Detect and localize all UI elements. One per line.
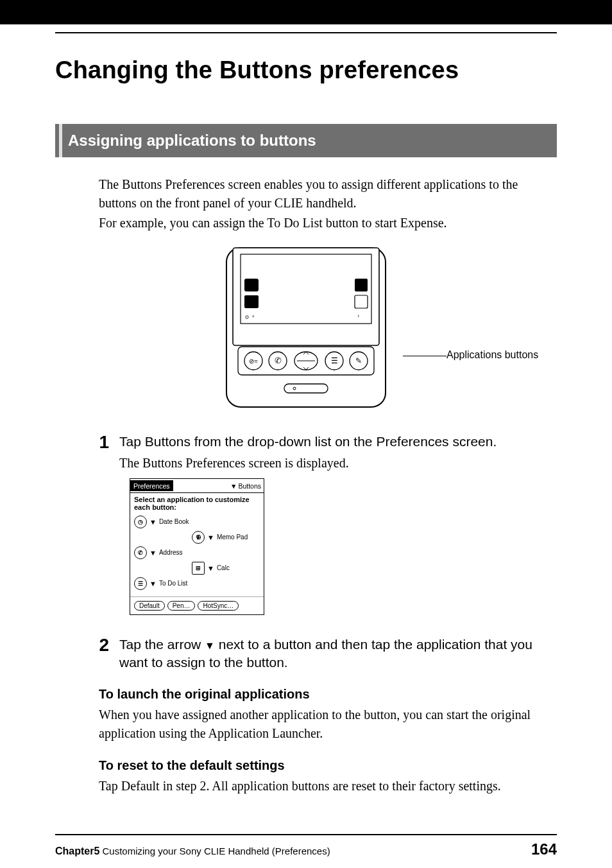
palm-row-address[interactable]: ✆ ▼ Address — [134, 546, 260, 559]
palm-footer: Default Pen… HotSync… — [130, 596, 264, 614]
dropdown-arrow-icon: ▼ — [149, 518, 157, 526]
footer: Chapter5 Customizing your Sony CLIE Hand… — [55, 840, 557, 868]
palm-label: Address — [159, 549, 183, 556]
page-number: 164 — [531, 840, 557, 858]
footer-rule — [55, 834, 557, 835]
palm-label: Memo Pad — [217, 534, 248, 541]
dropdown-arrow-icon: ▼ — [230, 482, 237, 490]
down-arrow-icon: ▼ — [205, 639, 215, 650]
callout-leader-line — [403, 356, 446, 356]
palm-label: To Do List — [159, 580, 187, 587]
subheading-reset-default: To reset to the default settings — [99, 758, 557, 773]
palm-row-memopad[interactable]: ֎ ▼ Memo Pad — [192, 531, 260, 544]
palm-screen: Preferences ▼ Buttons Select an applicat… — [130, 478, 264, 614]
step-2-number: 2 — [95, 636, 109, 654]
dropdown-arrow-icon: ▼ — [207, 534, 214, 541]
device-figure: a 1 ⊘≡ ✆ ☰ ✎ Applicati — [55, 247, 557, 412]
intro-paragraph-2: For example, you can assign the To Do Li… — [99, 214, 557, 232]
svg-text:1: 1 — [357, 313, 360, 318]
palm-row-datebook[interactable]: ◷ ▼ Date Book — [134, 516, 260, 528]
applications-buttons-callout: Applications buttons — [446, 349, 538, 361]
phone-icon: ✆ — [134, 546, 147, 559]
palm-instruction: Select an application to customize each … — [134, 496, 260, 511]
step-1-heading: Tap Buttons from the drop-down list on t… — [119, 433, 557, 451]
subheading-launch-original: To launch the original applications — [99, 687, 557, 702]
list-icon: ☰ — [134, 577, 147, 590]
svg-text:✎: ✎ — [355, 356, 362, 365]
svg-rect-5 — [355, 279, 368, 291]
palm-body: Select an application to customize each … — [130, 493, 264, 596]
palm-title-dropdown[interactable]: ▼ Buttons — [230, 482, 261, 490]
svg-text:⊘≡: ⊘≡ — [249, 358, 258, 365]
pen-button[interactable]: Pen… — [167, 601, 196, 611]
default-button[interactable]: Default — [134, 601, 165, 611]
dropdown-arrow-icon: ▼ — [149, 549, 157, 557]
svg-rect-20 — [284, 384, 328, 393]
svg-text:✆: ✆ — [275, 356, 282, 365]
step-2-head-pre: Tap the arrow — [119, 637, 205, 652]
dropdown-arrow-icon: ▼ — [149, 580, 157, 587]
palm-row-calc[interactable]: ⊞ ▼ Calc — [192, 562, 260, 575]
step-2: 2 Tap the arrow ▼ next to a button and t… — [95, 636, 557, 672]
top-black-bar — [0, 0, 612, 24]
step-1-number: 1 — [95, 433, 109, 451]
intro-paragraph-1: The Buttons Preferences screen enables y… — [99, 175, 557, 213]
subbody-reset-default: Tap Default in step 2. All application b… — [99, 777, 557, 795]
palm-label: Date Book — [159, 518, 189, 525]
chapter-label: Chapter5 — [55, 846, 99, 856]
palm-label: Calc — [217, 564, 230, 571]
svg-rect-6 — [355, 295, 368, 308]
step-1: 1 Tap Buttons from the drop-down list on… — [95, 433, 557, 471]
palm-title-left: Preferences — [130, 480, 173, 491]
step-1-body: Tap Buttons from the drop-down list on t… — [119, 433, 557, 471]
step-2-body: Tap the arrow ▼ next to a button and the… — [119, 636, 557, 672]
palm-titlebar: Preferences ▼ Buttons — [130, 479, 264, 493]
hotsync-button[interactable]: HotSync… — [198, 601, 239, 611]
preferences-screenshot: Preferences ▼ Buttons Select an applicat… — [130, 478, 557, 614]
clock-icon: ◷ — [134, 516, 147, 528]
svg-rect-3 — [244, 279, 259, 291]
palm-title-right-label: Buttons — [238, 482, 261, 490]
subbody-launch-original: When you have assigned another applicati… — [99, 706, 557, 743]
footer-left: Chapter5 Customizing your Sony CLIE Hand… — [55, 846, 330, 857]
palm-row-todolist[interactable]: ☰ ▼ To Do List — [134, 577, 260, 590]
page-content: Changing the Buttons preferences Assigni… — [0, 32, 612, 868]
svg-text:☰: ☰ — [331, 356, 338, 365]
svg-rect-4 — [244, 295, 259, 308]
svg-rect-2 — [241, 254, 371, 324]
horizontal-rule-top — [55, 32, 557, 33]
section-heading: Assigning applications to buttons — [55, 124, 557, 157]
dropdown-arrow-icon: ▼ — [207, 564, 214, 572]
step-1-note: The Buttons Preferences screen is displa… — [119, 456, 557, 471]
step-2-heading: Tap the arrow ▼ next to a button and the… — [119, 636, 557, 672]
calc-icon: ⊞ — [192, 562, 205, 575]
chapter-desc: Customizing your Sony CLIE Handheld (Pre… — [99, 846, 330, 856]
intro-text: The Buttons Preferences screen enables y… — [99, 175, 557, 232]
page-title: Changing the Buttons preferences — [55, 56, 557, 84]
spiral-icon: ֎ — [192, 531, 205, 544]
clie-handheld-illustration: a 1 ⊘≡ ✆ ☰ ✎ — [223, 247, 389, 412]
